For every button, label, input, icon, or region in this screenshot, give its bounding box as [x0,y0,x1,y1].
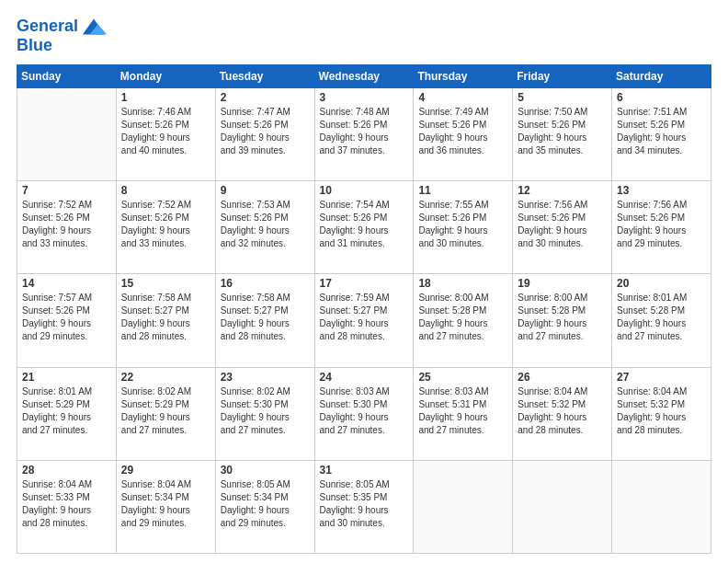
day-detail: Sunrise: 7:49 AM Sunset: 5:26 PM Dayligh… [418,106,507,157]
page: General Blue SundayMondayTuesdayWednesda… [0,0,728,563]
calendar-week-row: 21Sunrise: 8:01 AM Sunset: 5:29 PM Dayli… [17,367,711,460]
day-detail: Sunrise: 7:59 AM Sunset: 5:27 PM Dayligh… [320,292,409,343]
day-detail: Sunrise: 7:52 AM Sunset: 5:26 PM Dayligh… [121,199,210,250]
day-detail: Sunrise: 8:02 AM Sunset: 5:29 PM Dayligh… [121,385,210,437]
calendar-cell: 27Sunrise: 8:04 AM Sunset: 5:32 PM Dayli… [612,367,711,460]
day-number: 9 [221,184,310,197]
header-day-monday: Monday [116,64,215,87]
calendar-cell: 1Sunrise: 7:46 AM Sunset: 5:26 PM Daylig… [116,87,215,180]
day-number: 17 [320,277,409,290]
day-detail: Sunrise: 8:05 AM Sunset: 5:35 PM Dayligh… [320,478,409,530]
calendar-cell: 2Sunrise: 7:47 AM Sunset: 5:26 PM Daylig… [215,87,314,180]
calendar-cell: 26Sunrise: 8:04 AM Sunset: 5:32 PM Dayli… [513,367,612,460]
day-detail: Sunrise: 7:51 AM Sunset: 5:26 PM Dayligh… [617,106,706,157]
day-number: 13 [617,184,706,197]
calendar-header-row: SundayMondayTuesdayWednesdayThursdayFrid… [17,64,711,87]
calendar-week-row: 14Sunrise: 7:57 AM Sunset: 5:26 PM Dayli… [17,274,711,367]
day-number: 3 [320,91,409,104]
logo: General Blue [17,17,107,55]
calendar-cell: 9Sunrise: 7:53 AM Sunset: 5:26 PM Daylig… [215,181,314,274]
day-detail: Sunrise: 8:02 AM Sunset: 5:30 PM Dayligh… [221,385,310,437]
day-detail: Sunrise: 8:00 AM Sunset: 5:28 PM Dayligh… [418,292,507,343]
calendar-cell [612,460,711,553]
day-number: 25 [418,371,507,384]
calendar-cell: 4Sunrise: 7:49 AM Sunset: 5:26 PM Daylig… [414,87,513,180]
logo-general: General [17,17,78,35]
day-number: 12 [518,184,607,197]
calendar-cell: 21Sunrise: 8:01 AM Sunset: 5:29 PM Dayli… [17,367,117,460]
calendar-cell: 24Sunrise: 8:03 AM Sunset: 5:30 PM Dayli… [314,367,414,460]
day-detail: Sunrise: 8:03 AM Sunset: 5:31 PM Dayligh… [418,385,507,437]
day-detail: Sunrise: 7:50 AM Sunset: 5:26 PM Dayligh… [518,106,607,157]
day-number: 23 [221,371,310,384]
day-number: 15 [121,277,210,290]
day-detail: Sunrise: 8:05 AM Sunset: 5:34 PM Dayligh… [221,478,310,530]
calendar-cell: 16Sunrise: 7:58 AM Sunset: 5:27 PM Dayli… [215,274,314,367]
day-detail: Sunrise: 7:47 AM Sunset: 5:26 PM Dayligh… [221,106,310,157]
day-detail: Sunrise: 7:52 AM Sunset: 5:26 PM Dayligh… [22,199,111,250]
day-number: 18 [418,277,507,290]
day-detail: Sunrise: 8:03 AM Sunset: 5:30 PM Dayligh… [320,385,409,437]
day-number: 19 [518,277,607,290]
day-number: 5 [518,91,607,104]
calendar-cell: 29Sunrise: 8:04 AM Sunset: 5:34 PM Dayli… [116,460,215,553]
logo-icon [81,17,107,37]
header: General Blue [17,17,711,55]
day-number: 29 [121,464,210,477]
day-number: 16 [221,277,310,290]
day-number: 26 [518,371,607,384]
calendar-cell: 11Sunrise: 7:55 AM Sunset: 5:26 PM Dayli… [414,181,513,274]
calendar-cell: 30Sunrise: 8:05 AM Sunset: 5:34 PM Dayli… [215,460,314,553]
day-number: 2 [221,91,310,104]
logo-text: General [17,17,78,36]
calendar-cell: 25Sunrise: 8:03 AM Sunset: 5:31 PM Dayli… [414,367,513,460]
day-detail: Sunrise: 7:58 AM Sunset: 5:27 PM Dayligh… [121,292,210,343]
calendar-cell: 20Sunrise: 8:01 AM Sunset: 5:28 PM Dayli… [612,274,711,367]
day-detail: Sunrise: 8:04 AM Sunset: 5:32 PM Dayligh… [518,385,607,437]
calendar-cell: 31Sunrise: 8:05 AM Sunset: 5:35 PM Dayli… [314,460,414,553]
calendar-cell: 28Sunrise: 8:04 AM Sunset: 5:33 PM Dayli… [17,460,117,553]
calendar-cell: 8Sunrise: 7:52 AM Sunset: 5:26 PM Daylig… [116,181,215,274]
day-number: 10 [320,184,409,197]
header-day-tuesday: Tuesday [215,64,314,87]
calendar-cell: 3Sunrise: 7:48 AM Sunset: 5:26 PM Daylig… [314,87,414,180]
day-number: 6 [617,91,706,104]
calendar-cell: 14Sunrise: 7:57 AM Sunset: 5:26 PM Dayli… [17,274,117,367]
day-number: 11 [418,184,507,197]
header-day-saturday: Saturday [612,64,711,87]
day-detail: Sunrise: 8:04 AM Sunset: 5:33 PM Dayligh… [22,478,111,530]
day-number: 24 [320,371,409,384]
day-detail: Sunrise: 7:57 AM Sunset: 5:26 PM Dayligh… [22,292,111,343]
day-detail: Sunrise: 7:53 AM Sunset: 5:26 PM Dayligh… [221,199,310,250]
calendar-cell [513,460,612,553]
day-detail: Sunrise: 7:48 AM Sunset: 5:26 PM Dayligh… [320,106,409,157]
day-number: 1 [121,91,210,104]
calendar-week-row: 1Sunrise: 7:46 AM Sunset: 5:26 PM Daylig… [17,87,711,180]
day-detail: Sunrise: 7:56 AM Sunset: 5:26 PM Dayligh… [617,199,706,250]
day-detail: Sunrise: 7:58 AM Sunset: 5:27 PM Dayligh… [221,292,310,343]
day-number: 20 [617,277,706,290]
day-detail: Sunrise: 8:01 AM Sunset: 5:29 PM Dayligh… [22,385,111,437]
day-number: 22 [121,371,210,384]
day-detail: Sunrise: 7:54 AM Sunset: 5:26 PM Dayligh… [320,199,409,250]
calendar-week-row: 7Sunrise: 7:52 AM Sunset: 5:26 PM Daylig… [17,181,711,274]
day-number: 31 [320,464,409,477]
calendar-cell [414,460,513,553]
day-number: 8 [121,184,210,197]
calendar-cell: 22Sunrise: 8:02 AM Sunset: 5:29 PM Dayli… [116,367,215,460]
day-detail: Sunrise: 7:46 AM Sunset: 5:26 PM Dayligh… [121,106,210,157]
day-number: 28 [22,464,111,477]
calendar-cell: 7Sunrise: 7:52 AM Sunset: 5:26 PM Daylig… [17,181,117,274]
calendar-cell: 17Sunrise: 7:59 AM Sunset: 5:27 PM Dayli… [314,274,414,367]
header-day-friday: Friday [513,64,612,87]
calendar-cell: 13Sunrise: 7:56 AM Sunset: 5:26 PM Dayli… [612,181,711,274]
calendar-cell: 5Sunrise: 7:50 AM Sunset: 5:26 PM Daylig… [513,87,612,180]
day-detail: Sunrise: 8:00 AM Sunset: 5:28 PM Dayligh… [518,292,607,343]
calendar-table: SundayMondayTuesdayWednesdayThursdayFrid… [17,64,711,554]
day-detail: Sunrise: 7:56 AM Sunset: 5:26 PM Dayligh… [518,199,607,250]
calendar-cell: 15Sunrise: 7:58 AM Sunset: 5:27 PM Dayli… [116,274,215,367]
day-detail: Sunrise: 7:55 AM Sunset: 5:26 PM Dayligh… [418,199,507,250]
day-detail: Sunrise: 8:04 AM Sunset: 5:34 PM Dayligh… [121,478,210,530]
header-day-thursday: Thursday [414,64,513,87]
day-detail: Sunrise: 8:01 AM Sunset: 5:28 PM Dayligh… [617,292,706,343]
